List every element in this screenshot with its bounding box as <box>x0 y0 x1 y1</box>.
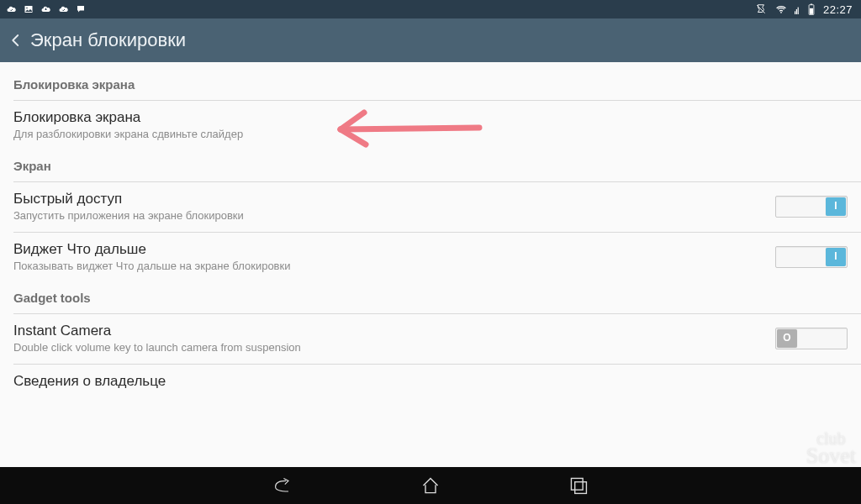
speech-icon <box>75 4 87 14</box>
section-header-screen: Экран <box>0 150 861 178</box>
nav-bar <box>0 467 861 504</box>
item-title: Сведения о владельце <box>13 373 166 390</box>
item-title: Быстрый доступ <box>13 191 244 207</box>
svg-rect-7 <box>811 4 812 5</box>
device-screen: 22:27 Экран блокировки Блокировка экрана… <box>0 0 861 504</box>
item-subtitle: Для разблокировки экрана сдвиньте слайде… <box>13 128 243 140</box>
item-subtitle: Запустить приложения на экране блокировк… <box>13 209 244 222</box>
toggle-whats-next[interactable]: I <box>775 246 848 268</box>
page-title: Экран блокировки <box>30 29 186 51</box>
toggle-label: O <box>777 332 797 344</box>
cloud-check-icon <box>57 4 70 14</box>
title-bar[interactable]: Экран блокировки <box>0 18 861 62</box>
toggle-instant-camera[interactable]: O <box>775 328 848 349</box>
item-title: Instant Camera <box>13 323 301 339</box>
item-subtitle: Double click volume key to launch camera… <box>13 341 301 354</box>
cloud-down-icon <box>40 4 52 14</box>
item-title: Блокировка экрана <box>13 109 243 126</box>
battery-icon <box>806 3 816 15</box>
cloud-check-icon <box>5 4 18 14</box>
image-icon <box>23 4 34 14</box>
nav-home-button[interactable] <box>415 470 446 501</box>
status-bar: 22:27 <box>0 0 861 18</box>
signal-icon <box>795 3 800 15</box>
section-header-screen-lock: Блокировка экрана <box>0 62 861 97</box>
svg-point-1 <box>26 8 28 9</box>
item-subtitle: Показывать виджет Что дальше на экране б… <box>13 260 290 272</box>
item-instant-camera[interactable]: Instant Camera Double click volume key t… <box>0 314 861 364</box>
status-left-icons <box>5 4 87 14</box>
item-quick-access[interactable]: Быстрый доступ Запустить приложения на э… <box>0 182 861 232</box>
svg-rect-5 <box>798 8 799 14</box>
vibrate-icon <box>754 3 768 15</box>
toggle-label: I <box>826 200 846 212</box>
item-title: Виджет Что дальше <box>13 241 290 258</box>
item-owner-info[interactable]: Сведения о владельце <box>0 365 861 400</box>
svg-rect-13 <box>575 482 587 494</box>
section-header-gadget-tools: Gadget tools <box>0 282 861 310</box>
back-icon[interactable] <box>8 29 24 51</box>
settings-content: Блокировка экрана Блокировка экрана Для … <box>0 62 861 467</box>
wifi-icon <box>774 3 788 15</box>
svg-rect-12 <box>571 478 583 490</box>
svg-rect-3 <box>795 11 795 14</box>
svg-rect-8 <box>810 8 813 14</box>
svg-rect-4 <box>796 9 797 14</box>
item-screen-lock[interactable]: Блокировка экрана Для разблокировки экра… <box>0 101 861 150</box>
status-right-icons: 22:27 <box>754 3 853 16</box>
toggle-quick-access[interactable]: I <box>775 196 848 218</box>
item-whats-next-widget[interactable]: Виджет Что дальше Показывать виджет Что … <box>0 233 861 282</box>
nav-back-button[interactable] <box>267 470 298 501</box>
toggle-label: I <box>826 250 846 262</box>
status-clock: 22:27 <box>823 3 853 16</box>
nav-recent-button[interactable] <box>563 470 594 501</box>
